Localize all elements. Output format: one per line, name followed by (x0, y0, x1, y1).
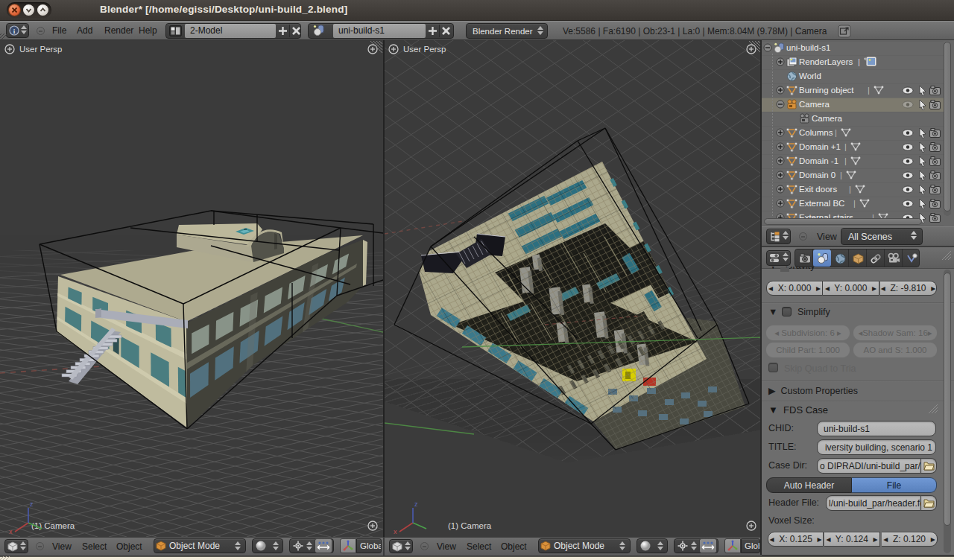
svg-text:(1) Camera: (1) Camera (448, 521, 492, 530)
svg-text:x: x (394, 528, 397, 535)
svg-text:User Persp: User Persp (403, 45, 446, 54)
svg-text:z: z (414, 500, 418, 508)
svg-text:User Persp: User Persp (19, 45, 63, 54)
svg-text:z: z (30, 500, 34, 508)
svg-text:(1) Camera: (1) Camera (31, 521, 75, 530)
svg-text:x: x (9, 528, 13, 535)
